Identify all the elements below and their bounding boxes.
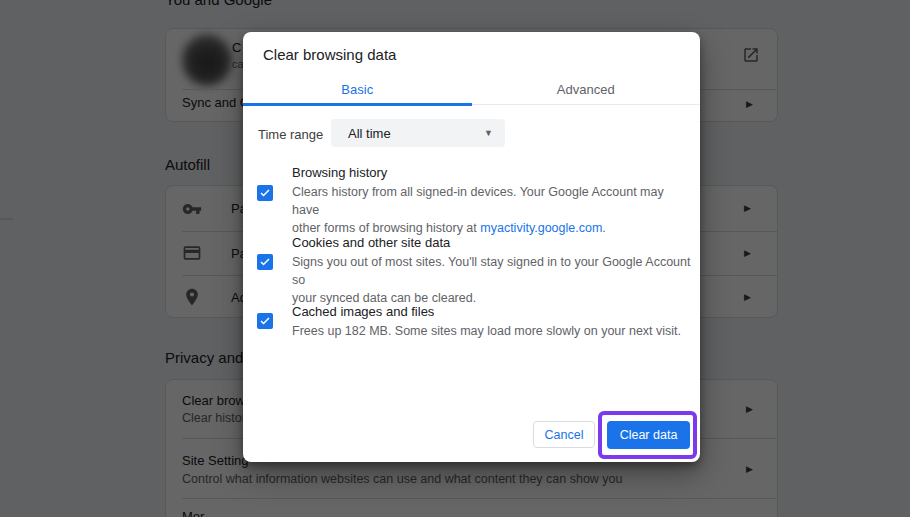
dialog-tabs: Basic Advanced bbox=[243, 75, 700, 105]
time-range-value: All time bbox=[348, 126, 484, 141]
tab-basic[interactable]: Basic bbox=[243, 75, 472, 104]
checkbox-row-browsing-history: Browsing history Clears history from all… bbox=[243, 164, 700, 237]
cached-images-checkbox[interactable] bbox=[257, 313, 273, 329]
clear-data-button[interactable]: Clear data bbox=[607, 421, 690, 449]
browsing-history-checkbox[interactable] bbox=[257, 185, 273, 201]
checkbox-title: Cookies and other site data bbox=[292, 234, 694, 251]
tab-label: Advanced bbox=[557, 82, 615, 97]
checkbox-row-cached-images: Cached images and files Frees up 182 MB.… bbox=[243, 303, 700, 340]
checkmark-icon bbox=[259, 315, 271, 327]
cookies-checkbox[interactable] bbox=[257, 254, 273, 270]
dialog-title: Clear browsing data bbox=[263, 45, 396, 65]
checkbox-title: Cached images and files bbox=[292, 303, 694, 320]
checkbox-description: Clears history from all signed-in device… bbox=[292, 183, 694, 237]
checkbox-description: Signs you out of most sites. You'll stay… bbox=[292, 253, 694, 307]
description-text: . bbox=[602, 221, 605, 235]
tab-advanced[interactable]: Advanced bbox=[472, 75, 701, 104]
checkbox-row-cookies: Cookies and other site data Signs you ou… bbox=[243, 234, 700, 307]
checkbox-description: Frees up 182 MB. Some sites may load mor… bbox=[292, 322, 694, 340]
chrome-settings-page: You and Google C ca Sync and G ▶ Autofil… bbox=[0, 0, 910, 517]
description-text: Clears history from all signed-in device… bbox=[292, 185, 664, 235]
time-range-select[interactable]: All time ▼ bbox=[331, 119, 505, 147]
tab-label: Basic bbox=[341, 82, 373, 97]
dropdown-arrow-icon: ▼ bbox=[484, 128, 493, 138]
myactivity-link[interactable]: myactivity.google.com bbox=[480, 221, 602, 235]
checkmark-icon bbox=[259, 256, 271, 268]
checkmark-icon bbox=[259, 187, 271, 199]
cancel-button[interactable]: Cancel bbox=[533, 421, 595, 448]
time-range-label: Time range bbox=[258, 127, 323, 142]
checkbox-title: Browsing history bbox=[292, 164, 694, 181]
clear-browsing-data-dialog: Clear browsing data Basic Advanced Time … bbox=[243, 32, 700, 462]
